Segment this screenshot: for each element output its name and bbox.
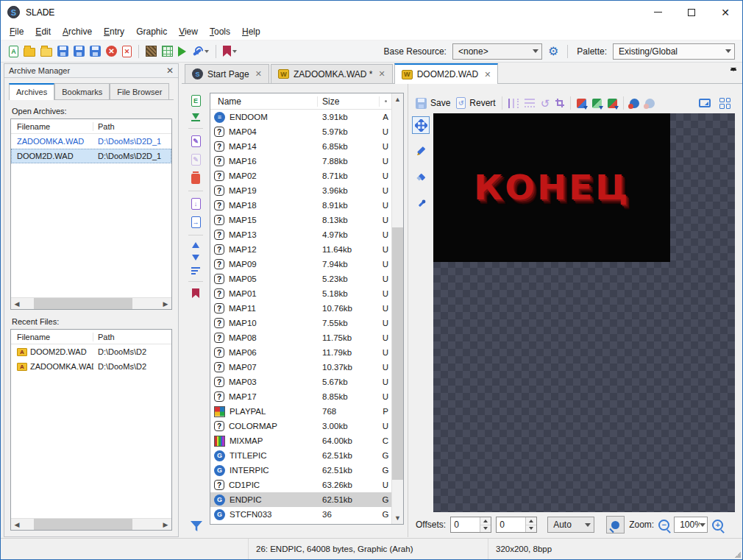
tab-close-icon[interactable]: ✕ xyxy=(484,70,491,79)
save-all-icon[interactable] xyxy=(90,46,101,57)
entry-row[interactable]: ?MAP055.23kbU xyxy=(210,272,391,286)
base-resource-settings-icon[interactable]: ⚙ xyxy=(548,46,558,57)
translate-tool-icon[interactable] xyxy=(412,196,430,213)
base-resource-dropdown[interactable]: <none> xyxy=(452,43,542,60)
delete-entry-icon[interactable] xyxy=(191,172,200,184)
tab-close-icon[interactable]: ✕ xyxy=(378,69,385,79)
mirror-icon[interactable] xyxy=(508,99,519,108)
resize-grip[interactable] xyxy=(733,550,741,558)
menu-item-view[interactable]: View xyxy=(173,24,204,39)
save-archive-as-icon[interactable] xyxy=(74,46,85,57)
offset-y-spinner[interactable]: 0 xyxy=(496,517,537,533)
recent-files-hscrollbar[interactable]: ◀▶ xyxy=(11,518,171,530)
rename-each-icon[interactable]: ✎ xyxy=(191,154,201,166)
set-offsets-button[interactable] xyxy=(606,516,625,534)
entry-row[interactable]: ?MAP134.97kbU xyxy=(210,227,391,242)
entry-row[interactable]: GINTERPIC62.51kbG xyxy=(210,463,391,478)
archive-row[interactable]: DOOM2D.WADD:\DooMs\D2D_1 xyxy=(11,149,171,163)
palette-dropdown[interactable]: Existing/Global xyxy=(613,43,735,60)
recent-file-row[interactable]: DOOM2D.WADD:\DooMs\D2 xyxy=(11,344,171,359)
convert-rgba-icon[interactable] xyxy=(608,99,617,108)
aspect-ratio-icon[interactable] xyxy=(699,99,711,107)
menu-item-tools[interactable]: Tools xyxy=(204,24,236,39)
entry-row[interactable]: GSTCFN03336G xyxy=(210,507,391,522)
entry-row[interactable]: ?MAP1211.64kbU xyxy=(210,242,391,257)
entry-row[interactable]: MIXMAP64.00kbC xyxy=(210,433,391,448)
save-button[interactable]: Save xyxy=(416,98,450,109)
texture-editor-icon[interactable] xyxy=(146,46,157,57)
tab-bookmarks[interactable]: Bookmarks xyxy=(54,83,110,100)
open-directory-icon[interactable] xyxy=(40,46,52,57)
menu-item-edit[interactable]: Edit xyxy=(29,24,57,39)
map-editor-icon[interactable] xyxy=(162,46,173,57)
entry-row[interactable]: ?MAP0811.75kbU xyxy=(210,330,391,345)
entry-row[interactable]: ?MAP045.97kbU xyxy=(210,124,391,139)
export-entry-icon[interactable]: → xyxy=(191,216,201,228)
doc-tab-start-page[interactable]: SStart Page✕ xyxy=(185,64,269,83)
remap-palette-icon[interactable] xyxy=(592,99,602,108)
col-filename[interactable]: Filename xyxy=(11,333,93,341)
entry-col-type[interactable] xyxy=(380,100,391,102)
entry-row[interactable]: ?MAP0611.79kbU xyxy=(210,345,391,360)
tab-close-icon[interactable]: ✕ xyxy=(255,69,262,79)
zoom-in-icon[interactable]: + xyxy=(712,520,723,531)
erase-tool-icon[interactable] xyxy=(412,169,430,187)
new-entry-icon[interactable]: E xyxy=(191,95,201,107)
offset-type-dropdown[interactable]: Auto xyxy=(547,517,594,533)
sort-entries-icon[interactable] xyxy=(191,267,200,274)
menu-item-help[interactable]: Help xyxy=(236,24,266,39)
offset-x-spinner[interactable]: 0 xyxy=(450,517,491,533)
entry-row[interactable]: ?MAP146.85kbU xyxy=(210,139,391,154)
new-archive-icon[interactable]: A xyxy=(9,46,18,57)
rename-entry-icon[interactable]: ✎ xyxy=(191,135,201,147)
doc-tab-zadoomka-wad-[interactable]: WZADOOMKA.WAD *✕ xyxy=(271,64,393,83)
entry-row[interactable]: ≡ENDOOM3.91kbA xyxy=(210,110,391,124)
entry-row[interactable]: GENDPIC62.51kbG xyxy=(210,492,391,507)
recent-file-row[interactable]: ZADOOMKA.WADD:\DooMs\D2 xyxy=(11,359,171,374)
move-down-icon[interactable] xyxy=(192,255,199,260)
close-archive-icon[interactable]: ✕ xyxy=(106,46,117,57)
menu-item-graphic[interactable]: Graphic xyxy=(130,24,173,39)
close-button[interactable]: ✕ xyxy=(708,1,742,24)
entry-col-name[interactable]: Name xyxy=(210,96,318,107)
bookmark-entry-icon[interactable] xyxy=(192,288,199,298)
entry-row[interactable]: ?MAP015.18kbU xyxy=(210,286,391,301)
entry-row[interactable]: ?MAP107.55kbU xyxy=(210,316,391,330)
open-archive-icon[interactable] xyxy=(24,46,35,57)
entry-row[interactable]: ?MAP158.13kbU xyxy=(210,213,391,227)
doc-tab-doom2d-wad[interactable]: WDOOM2D.WAD✕ xyxy=(394,63,499,84)
move-up-icon[interactable] xyxy=(192,242,199,248)
entry-row[interactable]: ?MAP028.71kbU xyxy=(210,169,391,183)
maximize-button[interactable] xyxy=(675,1,708,24)
entry-row[interactable]: ?MAP035.67kbU xyxy=(210,375,391,389)
tab-archives[interactable]: Archives xyxy=(9,83,54,100)
entry-row[interactable]: ?MAP178.85kbU xyxy=(210,389,391,404)
col-path[interactable]: Path xyxy=(93,122,171,131)
entry-row[interactable]: ?COLORMAP3.00kbU xyxy=(210,419,391,433)
entry-row[interactable]: GTITLEPIC62.51kbG xyxy=(210,448,391,463)
zoom-dropdown[interactable]: 100% xyxy=(674,517,708,533)
draw-tool-icon[interactable] xyxy=(412,143,430,160)
menu-item-archive[interactable]: Archive xyxy=(57,24,98,39)
open-archives-hscrollbar[interactable]: ◀▶ xyxy=(11,297,171,309)
tab-list-button[interactable] xyxy=(730,69,736,82)
tab-file-browser[interactable]: File Browser xyxy=(110,83,169,100)
colourise-icon[interactable] xyxy=(630,99,639,108)
zoom-out-icon[interactable]: − xyxy=(658,520,669,531)
minimize-button[interactable] xyxy=(641,1,675,24)
entry-row[interactable]: ?MAP0710.37kbU xyxy=(210,360,391,375)
menu-item-file[interactable]: File xyxy=(4,24,29,39)
entry-row[interactable]: PLAYPAL768P xyxy=(210,404,391,419)
image-canvas[interactable]: КОНЕЦ xyxy=(433,113,735,512)
entry-row[interactable]: ?MAP188.91kbU xyxy=(210,198,391,213)
entry-row[interactable]: ?MAP193.96kbU xyxy=(210,183,391,198)
convert-to-icon[interactable] xyxy=(577,99,586,108)
maintenance-icon[interactable] xyxy=(191,46,209,57)
run-archive-icon[interactable] xyxy=(178,46,186,57)
tint-icon[interactable] xyxy=(645,99,655,108)
entry-row[interactable]: ?MAP167.88kbU xyxy=(210,154,391,169)
panel-close-icon[interactable]: ✕ xyxy=(166,65,174,76)
save-archive-icon[interactable] xyxy=(57,46,68,57)
entry-row[interactable]: ?CD1PIC63.26kbU xyxy=(210,478,391,492)
archive-row[interactable]: ZADOOMKA.WADD:\DooMs\D2D_1 xyxy=(11,134,171,149)
